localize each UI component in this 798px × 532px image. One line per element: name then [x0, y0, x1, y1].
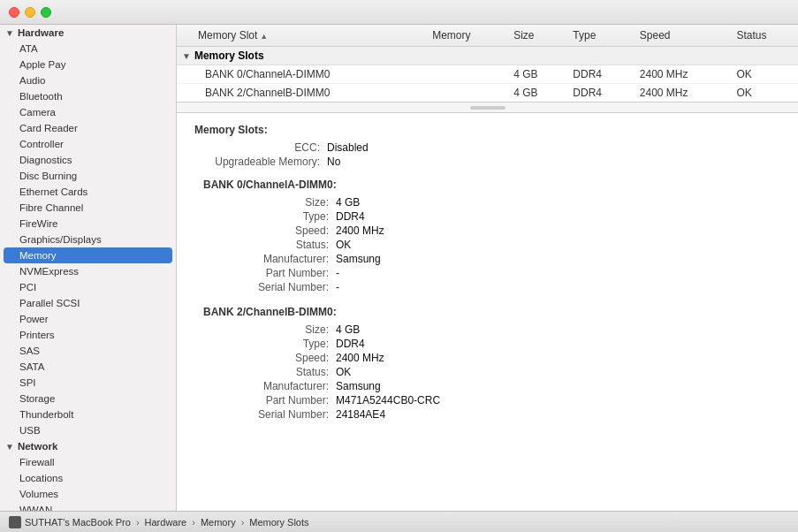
col-header-memory[interactable]: Memory	[425, 25, 506, 47]
bank-info-row: Serial Number:-	[203, 281, 780, 293]
bank-field-value: Samsung	[336, 253, 381, 265]
cell-size: 4 GB	[506, 65, 566, 84]
bank-field-value: DDR4	[336, 210, 365, 223]
sidebar-item-parallel-scsi[interactable]: Parallel SCSI	[0, 295, 176, 311]
bank-info-grid: Size:4 GBType:DDR4Speed:2400 MHzStatus:O…	[194, 323, 780, 421]
sidebar-item-bluetooth[interactable]: Bluetooth	[0, 88, 176, 104]
sidebar-item-wwan[interactable]: WWAN	[0, 502, 176, 511]
bank-info-row: Manufacturer:Samsung	[203, 253, 780, 265]
bank-field-label: Serial Number:	[203, 281, 336, 293]
sidebar-item-volumes[interactable]: Volumes	[0, 486, 176, 502]
memory-table: Memory Slot▲MemorySizeTypeSpeedStatus ▼M…	[177, 25, 798, 102]
main-container: ▼HardwareATAApple PayAudioBluetoothCamer…	[0, 25, 798, 511]
bank-field-label: Part Number:	[203, 267, 336, 279]
bank-field-label: Status:	[203, 366, 336, 378]
bank-field-label: Type:	[203, 210, 336, 223]
bank-info-row: Part Number:-	[203, 267, 780, 279]
sidebar-item-nvmexpress[interactable]: NVMExpress	[0, 263, 176, 279]
sidebar-item-firewire[interactable]: FireWire	[0, 216, 176, 232]
sidebar-item-locations[interactable]: Locations	[0, 470, 176, 486]
sidebar-item-sata[interactable]: SATA	[0, 359, 176, 375]
breadcrumb-item-0: SUTHAT's MacBook Pro	[25, 517, 131, 528]
sidebar-item-card-reader[interactable]: Card Reader	[0, 120, 176, 136]
bank-section: BANK 2/ChannelB-DIMM0:Size:4 GBType:DDR4…	[194, 306, 780, 421]
breadcrumb-item-1: Hardware	[145, 517, 187, 528]
content-area: Memory Slot▲MemorySizeTypeSpeedStatus ▼M…	[177, 25, 798, 511]
bank-info-row: Size:4 GB	[203, 323, 780, 336]
breadcrumb-separator: ›	[241, 517, 245, 528]
bank-field-label: Size:	[203, 323, 336, 336]
col-header-status[interactable]: Status	[729, 25, 798, 47]
bank-info-row: Status:OK	[203, 239, 780, 251]
sidebar-section-hardware[interactable]: ▼Hardware	[0, 25, 176, 41]
sidebar-item-disc-burning[interactable]: Disc Burning	[0, 168, 176, 184]
sidebar-item-pci[interactable]: PCI	[0, 279, 176, 295]
bank-section: BANK 0/ChannelA-DIMM0:Size:4 GBType:DDR4…	[194, 179, 780, 293]
cell-memory	[425, 84, 506, 103]
sidebar-item-spi[interactable]: SPI	[0, 375, 176, 391]
sidebar-item-storage[interactable]: Storage	[0, 391, 176, 407]
scroll-indicator	[177, 103, 798, 113]
detail-area: Memory Slots:ECC:DisabledUpgradeable Mem…	[177, 113, 798, 511]
sidebar-item-fibre-channel[interactable]: Fibre Channel	[0, 200, 176, 216]
title-bar	[0, 0, 798, 25]
sort-indicator: ▲	[260, 32, 268, 41]
table-area: Memory Slot▲MemorySizeTypeSpeedStatus ▼M…	[177, 25, 798, 103]
bank-field-label: Manufacturer:	[203, 380, 336, 392]
bank-field-value: 4 GB	[336, 196, 360, 209]
cell-memory-slot: BANK 2/ChannelB-DIMM0	[177, 84, 425, 103]
sidebar-item-memory[interactable]: Memory	[4, 247, 172, 263]
traffic-lights	[9, 7, 51, 18]
close-button[interactable]	[9, 7, 19, 18]
sidebar-item-apple-pay[interactable]: Apple Pay	[0, 57, 176, 72]
maximize-button[interactable]	[41, 7, 51, 18]
cell-status: OK	[729, 84, 798, 103]
cell-status: OK	[729, 65, 798, 84]
info-value: No	[327, 156, 340, 168]
sidebar-item-camera[interactable]: Camera	[0, 104, 176, 120]
detail-section-title: Memory Slots:	[194, 124, 780, 136]
scroll-thumb	[470, 106, 505, 110]
bank-field-value: -	[336, 281, 339, 293]
info-row: ECC:Disabled	[194, 141, 780, 154]
sidebar: ▼HardwareATAApple PayAudioBluetoothCamer…	[0, 25, 177, 511]
bank-info-row: Speed:2400 MHz	[203, 352, 780, 364]
sidebar-item-graphics-displays[interactable]: Graphics/Displays	[0, 232, 176, 247]
bank-info-row: Type:DDR4	[203, 210, 780, 223]
chevron-icon: ▼	[5, 442, 14, 452]
bank-info-grid: Size:4 GBType:DDR4Speed:2400 MHzStatus:O…	[194, 196, 780, 293]
bank-field-label: Manufacturer:	[203, 253, 336, 265]
bank-field-value: OK	[336, 239, 351, 251]
col-header-speed[interactable]: Speed	[633, 25, 730, 47]
sidebar-item-ethernet-cards[interactable]: Ethernet Cards	[0, 184, 176, 200]
breadcrumb-item-3: Memory Slots	[249, 517, 308, 528]
bank-field-value: Samsung	[336, 380, 381, 392]
col-header-type[interactable]: Type	[566, 25, 632, 47]
col-header-size[interactable]: Size	[506, 25, 566, 47]
sidebar-item-printers[interactable]: Printers	[0, 327, 176, 343]
table-row[interactable]: BANK 2/ChannelB-DIMM04 GBDDR42400 MHzOK	[177, 84, 798, 103]
bank-field-value: 4 GB	[336, 323, 360, 336]
bank-field-value: 2400 MHz	[336, 352, 384, 364]
table-group-row[interactable]: ▼Memory Slots	[177, 47, 798, 65]
minimize-button[interactable]	[25, 7, 35, 18]
sidebar-item-controller[interactable]: Controller	[0, 136, 176, 152]
breadcrumb-item-2: Memory	[201, 517, 236, 528]
bank-title: BANK 2/ChannelB-DIMM0:	[194, 306, 780, 318]
sidebar-item-power[interactable]: Power	[0, 311, 176, 327]
cell-memory-slot: BANK 0/ChannelA-DIMM0	[177, 65, 425, 84]
sidebar-section-network[interactable]: ▼Network	[0, 438, 176, 454]
bank-field-label: Size:	[203, 196, 336, 209]
top-level-info: ECC:DisabledUpgradeable Memory:No	[194, 141, 780, 168]
sidebar-item-sas[interactable]: SAS	[0, 343, 176, 359]
sidebar-item-diagnostics[interactable]: Diagnostics	[0, 152, 176, 168]
table-row[interactable]: BANK 0/ChannelA-DIMM04 GBDDR42400 MHzOK	[177, 65, 798, 84]
sidebar-item-thunderbolt[interactable]: Thunderbolt	[0, 407, 176, 422]
sidebar-item-firewall[interactable]: Firewall	[0, 454, 176, 470]
sidebar-item-ata[interactable]: ATA	[0, 41, 176, 57]
col-header-memory-slot[interactable]: Memory Slot▲	[177, 25, 425, 47]
bank-info-row: Part Number:M471A5244CB0-CRC	[203, 394, 780, 407]
sidebar-item-usb[interactable]: USB	[0, 422, 176, 438]
sidebar-item-audio[interactable]: Audio	[0, 72, 176, 88]
bank-info-row: Manufacturer:Samsung	[203, 380, 780, 392]
